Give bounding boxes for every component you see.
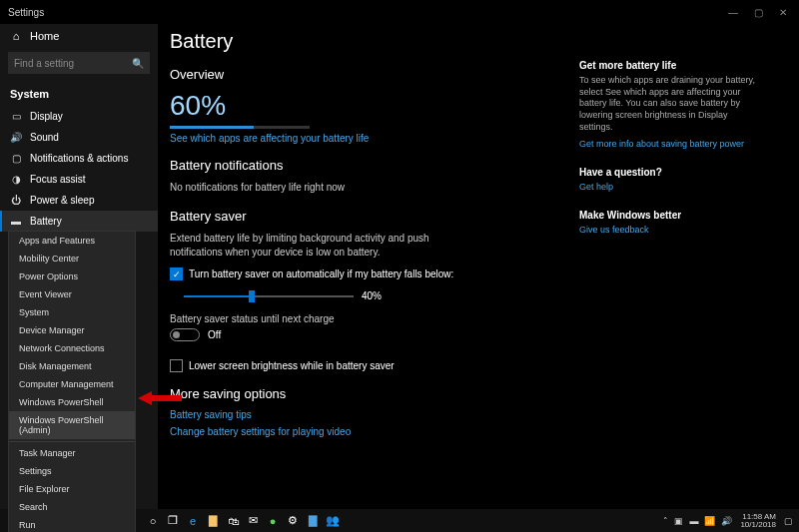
svg-marker-0 [138, 391, 182, 405]
app-icon[interactable]: ● [264, 512, 282, 530]
aside-more-body: To see which apps are draining your batt… [579, 75, 759, 133]
page-title: Battery [170, 30, 579, 53]
search-placeholder: Find a setting [14, 58, 74, 69]
content: Battery Overview 60% See which apps are … [170, 30, 579, 509]
sidebar-home[interactable]: ⌂ Home [0, 24, 158, 48]
sidebar-item-focus-assist[interactable]: ◑Focus assist [0, 169, 158, 190]
minimize-button[interactable]: — [728, 7, 738, 18]
annotation-arrow [138, 389, 182, 407]
saver-status-value: Off [208, 329, 221, 340]
search-icon: 🔍 [132, 58, 144, 69]
winx-item[interactable]: File Explorer [9, 480, 135, 498]
sidebar-item-display[interactable]: ▭Display [0, 106, 158, 127]
search-input[interactable]: Find a setting 🔍 [8, 52, 150, 74]
system-tray: ˄ ▣ ▬ 📶 🔊 11:58 AM 10/1/2018 ▢ [663, 513, 799, 529]
winx-item[interactable]: Computer Management [9, 375, 135, 393]
titlebar: Settings — ▢ ✕ [0, 0, 799, 24]
saver-status-label: Battery saver status until next charge [170, 313, 579, 324]
taskbar-pinned: ○ ❐ e ▇ 🛍 ✉ ● ⚙ ▇ 👥 [144, 512, 342, 530]
winx-item[interactable]: Apps and Features [9, 232, 135, 250]
sidebar-item-label: Focus assist [30, 174, 86, 185]
sound-icon: 🔊 [10, 132, 22, 143]
power-icon: ⏻ [10, 195, 22, 206]
sidebar-item-label: Notifications & actions [30, 153, 128, 164]
more-saving-heading: More saving options [170, 386, 579, 401]
sidebar-item-notifications[interactable]: ▢Notifications & actions [0, 148, 158, 169]
sidebar-section-title: System [0, 84, 158, 106]
menu-separator [9, 441, 135, 442]
overview-heading: Overview [170, 67, 579, 82]
sidebar-item-label: Sound [30, 132, 59, 143]
battery-saver-body: Extend battery life by limiting backgrou… [170, 232, 469, 260]
winx-item[interactable]: Disk Management [9, 357, 135, 375]
notifications-heading: Battery notifications [170, 158, 579, 173]
battery-percent: 60% [170, 90, 579, 122]
close-button[interactable]: ✕ [779, 7, 787, 18]
store-icon[interactable]: 🛍 [224, 512, 242, 530]
slider-thumb[interactable] [249, 290, 255, 302]
taskbar-clock[interactable]: 11:58 AM 10/1/2018 [740, 513, 776, 529]
aside-more-link[interactable]: Get more info about saving battery power [579, 139, 759, 149]
window-controls: — ▢ ✕ [728, 7, 793, 18]
winx-item[interactable]: System [9, 303, 135, 321]
sidebar-item-label: Display [30, 111, 63, 122]
focus-assist-icon: ◑ [10, 174, 22, 185]
lower-brightness-row[interactable]: Lower screen brightness while in battery… [170, 359, 579, 372]
sidebar-item-battery[interactable]: ▬Battery [0, 211, 158, 232]
apps-affecting-link[interactable]: See which apps are affecting your batter… [170, 133, 579, 144]
maximize-button[interactable]: ▢ [754, 7, 763, 18]
aside-more-heading: Get more battery life [579, 60, 759, 71]
notifications-icon: ▢ [10, 153, 22, 164]
aside: Get more battery life To see which apps … [579, 30, 769, 509]
tray-icon[interactable]: ▣ [674, 516, 683, 526]
winx-item-powershell-admin[interactable]: Windows PowerShell (Admin) [9, 411, 135, 439]
winx-item[interactable]: Run [9, 516, 135, 532]
lower-brightness-label: Lower screen brightness while in battery… [189, 360, 395, 371]
sidebar-item-power-sleep[interactable]: ⏻Power & sleep [0, 190, 158, 211]
app-icon[interactable]: ▇ [304, 512, 322, 530]
aside-better-heading: Make Windows better [579, 210, 759, 221]
sidebar-item-sound[interactable]: 🔊Sound [0, 127, 158, 148]
threshold-value: 40% [362, 290, 382, 301]
edge-icon[interactable]: e [184, 512, 202, 530]
tray-chevron-icon[interactable]: ˄ [663, 516, 668, 526]
sidebar-nav: ▭Display 🔊Sound ▢Notifications & actions… [0, 106, 158, 232]
mail-icon[interactable]: ✉ [244, 512, 262, 530]
home-icon: ⌂ [10, 30, 22, 42]
battery-tips-link[interactable]: Battery saving tips [170, 409, 579, 420]
aside-help-link[interactable]: Get help [579, 182, 759, 192]
window-title: Settings [6, 7, 728, 18]
volume-tray-icon[interactable]: 🔊 [721, 516, 732, 526]
clock-date: 10/1/2018 [740, 521, 776, 529]
explorer-icon[interactable]: ▇ [204, 512, 222, 530]
threshold-slider[interactable] [184, 295, 354, 297]
checkbox-empty-icon [170, 359, 183, 372]
teams-icon[interactable]: 👥 [324, 512, 342, 530]
winx-item[interactable]: Task Manager [9, 444, 135, 462]
aside-feedback-link[interactable]: Give us feedback [579, 225, 759, 235]
checkbox-checked-icon: ✓ [170, 267, 183, 280]
action-center-icon[interactable]: ▢ [784, 516, 793, 526]
battery-tray-icon[interactable]: ▬ [689, 516, 698, 526]
winx-item[interactable]: Event Viewer [9, 285, 135, 303]
settings-taskbar-icon[interactable]: ⚙ [284, 512, 302, 530]
auto-saver-row[interactable]: ✓ Turn battery saver on automatically if… [170, 267, 579, 280]
video-settings-link[interactable]: Change battery settings for playing vide… [170, 426, 579, 437]
winx-item[interactable]: Power Options [9, 267, 135, 285]
sidebar-home-label: Home [30, 30, 59, 42]
battery-bar [170, 126, 310, 129]
winx-item[interactable]: Network Connections [9, 339, 135, 357]
winx-item[interactable]: Device Manager [9, 321, 135, 339]
battery-saver-heading: Battery saver [170, 209, 579, 224]
display-icon: ▭ [10, 111, 22, 122]
wifi-tray-icon[interactable]: 📶 [704, 516, 715, 526]
winx-item[interactable]: Settings [9, 462, 135, 480]
winx-item[interactable]: Mobility Center [9, 250, 135, 267]
winx-item[interactable]: Windows PowerShell [9, 393, 135, 411]
task-view-icon[interactable]: ❐ [164, 512, 182, 530]
saver-toggle[interactable] [170, 328, 200, 341]
aside-question-heading: Have a question? [579, 167, 759, 178]
battery-icon: ▬ [10, 216, 22, 227]
winx-item[interactable]: Search [9, 498, 135, 516]
cortana-icon[interactable]: ○ [144, 512, 162, 530]
